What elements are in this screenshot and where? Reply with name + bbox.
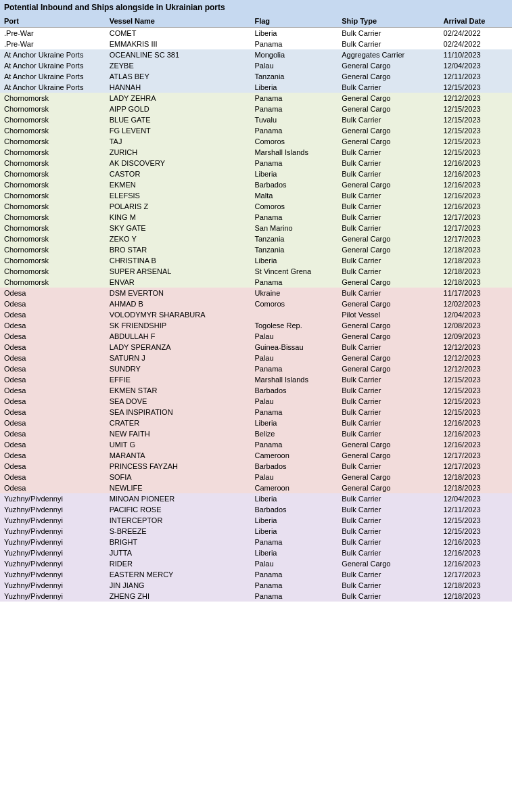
cell-port: Chornomorsk bbox=[0, 190, 106, 201]
table-row: At Anchor Ukraine PortsOCEANLINE SC 381M… bbox=[0, 49, 512, 60]
cell-type: Bulk Carrier bbox=[338, 407, 439, 418]
cell-vessel: BRO STAR bbox=[106, 244, 251, 255]
cell-type: Bulk Carrier bbox=[338, 288, 439, 298]
cell-port: Odesa bbox=[0, 353, 106, 363]
table-row: ChornomorskENVARPanamaGeneral Cargo12/18… bbox=[0, 277, 512, 288]
cell-date: 12/16/2023 bbox=[440, 537, 512, 547]
cell-type: Bulk Carrier bbox=[338, 82, 439, 93]
table-title: Potential Inbound and Ships alongside in… bbox=[0, 0, 512, 15]
cell-date: 12/18/2023 bbox=[440, 255, 512, 266]
cell-port: Odesa bbox=[0, 342, 106, 353]
table-row: OdesaAHMAD BComorosGeneral Cargo12/02/20… bbox=[0, 298, 512, 309]
table-row: OdesaNEW FAITHBelizeBulk Carrier12/16/20… bbox=[0, 428, 512, 439]
table-row: OdesaLADY SPERANZAGuinea-BissauBulk Carr… bbox=[0, 342, 512, 353]
table-row: ChornomorskLADY ZEHRAPanamaGeneral Cargo… bbox=[0, 93, 512, 104]
cell-vessel: MARANTA bbox=[106, 450, 251, 461]
cell-flag: Barbados bbox=[250, 179, 338, 190]
cell-date: 12/15/2023 bbox=[440, 136, 512, 147]
cell-port: Odesa bbox=[0, 482, 106, 493]
cell-port: Chornomorsk bbox=[0, 114, 106, 125]
cell-port: Odesa bbox=[0, 418, 106, 428]
cell-port: Yuzhny/Pivdennyi bbox=[0, 558, 106, 569]
cell-flag: Marshall Islands bbox=[250, 147, 338, 158]
cell-flag: Panama bbox=[250, 591, 338, 602]
cell-type: Bulk Carrier bbox=[338, 428, 439, 439]
cell-flag: Liberia bbox=[250, 547, 338, 558]
cell-flag: Togolese Rep. bbox=[250, 320, 338, 331]
table-row: ChornomorskAIPP GOLDPanamaGeneral Cargo1… bbox=[0, 104, 512, 114]
cell-date: 12/18/2023 bbox=[440, 244, 512, 255]
cell-port: Chornomorsk bbox=[0, 277, 106, 288]
cell-vessel: ENVAR bbox=[106, 277, 251, 288]
main-container: Potential Inbound and Ships alongside in… bbox=[0, 0, 512, 602]
cell-vessel: NEWLIFE bbox=[106, 482, 251, 493]
cell-vessel: SKY GATE bbox=[106, 223, 251, 233]
cell-flag: Panama bbox=[250, 537, 338, 547]
cell-flag: Panama bbox=[250, 125, 338, 136]
cell-flag: Palau bbox=[250, 331, 338, 342]
table-row: OdesaSEA INSPIRATIONPanamaBulk Carrier12… bbox=[0, 407, 512, 418]
table-row: At Anchor Ukraine PortsHANNAHLiberiaBulk… bbox=[0, 82, 512, 93]
cell-vessel: SATURN J bbox=[106, 353, 251, 363]
cell-vessel: ATLAS BEY bbox=[106, 71, 251, 82]
cell-type: General Cargo bbox=[338, 233, 439, 244]
cell-date: 12/15/2023 bbox=[440, 114, 512, 125]
table-row: OdesaVOLODYMYR SHARABURAPilot Vessel12/0… bbox=[0, 309, 512, 320]
cell-type: General Cargo bbox=[338, 363, 439, 374]
table-row: ChornomorskEKMENBarbadosGeneral Cargo12/… bbox=[0, 179, 512, 190]
cell-type: General Cargo bbox=[338, 277, 439, 288]
cell-vessel: KING M bbox=[106, 212, 251, 223]
cell-flag: Tuvalu bbox=[250, 114, 338, 125]
table-row: OdesaSOFIAPalauGeneral Cargo12/18/2023 bbox=[0, 472, 512, 482]
cell-port: Chornomorsk bbox=[0, 266, 106, 277]
cell-date: 12/04/2023 bbox=[440, 493, 512, 504]
cell-vessel: HANNAH bbox=[106, 82, 251, 93]
cell-type: Bulk Carrier bbox=[338, 515, 439, 526]
cell-port: At Anchor Ukraine Ports bbox=[0, 71, 106, 82]
cell-vessel: SUPER ARSENAL bbox=[106, 266, 251, 277]
table-row: ChornomorskAK DISCOVERYPanamaBulk Carrie… bbox=[0, 158, 512, 168]
cell-type: Bulk Carrier bbox=[338, 266, 439, 277]
cell-date: 12/16/2023 bbox=[440, 168, 512, 179]
cell-vessel: CASTOR bbox=[106, 168, 251, 179]
cell-flag: Cameroon bbox=[250, 450, 338, 461]
cell-type: General Cargo bbox=[338, 353, 439, 363]
cell-port: Odesa bbox=[0, 374, 106, 385]
table-row: ChornomorskFG LEVENTPanamaGeneral Cargo1… bbox=[0, 125, 512, 136]
table-row: Yuzhny/PivdennyiJIN JIANGPanamaBulk Carr… bbox=[0, 580, 512, 591]
table-row: Yuzhny/PivdennyiZHENG ZHIPanamaBulk Carr… bbox=[0, 591, 512, 602]
cell-date: 11/10/2023 bbox=[440, 49, 512, 60]
cell-date: 12/18/2023 bbox=[440, 277, 512, 288]
cell-flag: San Marino bbox=[250, 223, 338, 233]
table-row: OdesaSK FRIENDSHIPTogolese Rep.General C… bbox=[0, 320, 512, 331]
header-row: PortVessel NameFlagShip TypeArrival Date bbox=[0, 15, 512, 28]
table-row: Yuzhny/PivdennyiMINOAN PIONEERLiberiaBul… bbox=[0, 493, 512, 504]
cell-date: 12/18/2023 bbox=[440, 580, 512, 591]
table-row: OdesaEKMEN STARBarbadosBulk Carrier12/15… bbox=[0, 385, 512, 396]
table-row: Yuzhny/PivdennyiRIDERPalauGeneral Cargo1… bbox=[0, 558, 512, 569]
cell-type: General Cargo bbox=[338, 331, 439, 342]
cell-port: Chornomorsk bbox=[0, 136, 106, 147]
cell-vessel: EKMEN STAR bbox=[106, 385, 251, 396]
cell-type: Pilot Vessel bbox=[338, 309, 439, 320]
cell-type: General Cargo bbox=[338, 558, 439, 569]
cell-date: 12/16/2023 bbox=[440, 190, 512, 201]
cell-date: 11/17/2023 bbox=[440, 288, 512, 298]
cell-date: 12/08/2023 bbox=[440, 320, 512, 331]
cell-date: 12/18/2023 bbox=[440, 591, 512, 602]
cell-type: Bulk Carrier bbox=[338, 114, 439, 125]
cell-date: 12/04/2023 bbox=[440, 309, 512, 320]
table-row: OdesaSEA DOVEPalauBulk Carrier12/15/2023 bbox=[0, 396, 512, 407]
cell-flag: Liberia bbox=[250, 255, 338, 266]
cell-flag: St Vincent Grena bbox=[250, 266, 338, 277]
cell-date: 12/17/2023 bbox=[440, 461, 512, 472]
cell-vessel: SUNDRY bbox=[106, 363, 251, 374]
cell-vessel: PRINCESS FAYZAH bbox=[106, 461, 251, 472]
cell-type: General Cargo bbox=[338, 244, 439, 255]
cell-port: Odesa bbox=[0, 428, 106, 439]
cell-vessel: SEA DOVE bbox=[106, 396, 251, 407]
cell-flag: Liberia bbox=[250, 28, 338, 39]
cell-flag: Tanzania bbox=[250, 244, 338, 255]
cell-date: 12/16/2023 bbox=[440, 201, 512, 212]
table-row: ChornomorskSUPER ARSENALSt Vincent Grena… bbox=[0, 266, 512, 277]
